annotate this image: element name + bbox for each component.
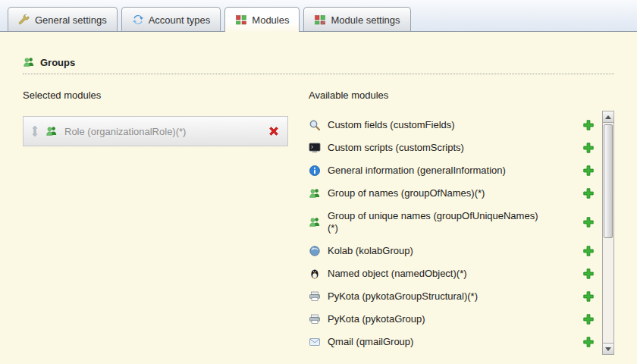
available-module-row: General information (generalInformation)	[309, 159, 595, 182]
available-module-row: Group of unique names (groupOfUniqueName…	[309, 205, 595, 240]
add-module-button[interactable]	[582, 290, 595, 303]
kolab-icon	[309, 245, 321, 257]
wrench-icon	[18, 14, 30, 26]
arrow-up-icon	[605, 115, 611, 119]
tab-module-settings[interactable]: Module settings	[303, 7, 410, 31]
tab-bar: General settings Account types Modules M…	[0, 0, 637, 32]
add-module-button[interactable]	[582, 313, 595, 325]
available-module-row: Custom fields (customFields)	[309, 114, 595, 136]
available-module-row: Custom scripts (customScripts)	[309, 136, 595, 159]
group-icon	[46, 125, 58, 137]
add-module-button[interactable]	[582, 165, 595, 177]
module-settings-icon	[314, 14, 326, 26]
module-label: Kolab (kolabGroup)	[328, 245, 413, 257]
module-label: Group of unique names (groupOfUniqueName…	[328, 210, 540, 234]
scroll-up-button[interactable]	[603, 111, 613, 123]
selected-module-label: Role (organizationalRole)(*)	[64, 126, 261, 137]
tab-label: General settings	[35, 14, 107, 26]
available-modules-scrollbar[interactable]	[602, 111, 614, 355]
available-modules-column: Available modules Custom fields (customF…	[309, 89, 614, 359]
lam-config-page: General settings Account types Modules M…	[0, 0, 637, 364]
tab-account-types[interactable]: Account types	[121, 7, 221, 31]
module-label: Custom scripts (customScripts)	[328, 142, 464, 154]
printer-icon	[309, 313, 321, 325]
sync-icon	[132, 14, 144, 26]
remove-module-button[interactable]	[268, 125, 280, 137]
available-modules-heading: Available modules	[309, 89, 595, 101]
selected-modules-column: Selected modules Role (organizationalRol…	[23, 89, 288, 359]
module-label: Group of names (groupOfNames)(*)	[328, 187, 485, 199]
scroll-down-button[interactable]	[603, 343, 613, 354]
magnifier-icon	[309, 119, 321, 131]
available-module-row: PyKota (pykotaGroupStructural)(*)	[309, 285, 595, 308]
add-module-button[interactable]	[582, 187, 595, 199]
module-columns: Selected modules Role (organizationalRol…	[23, 89, 614, 359]
terminal-icon	[309, 142, 321, 154]
penguin-icon	[309, 268, 321, 280]
modules-icon	[235, 14, 247, 26]
scrollbar-thumb[interactable]	[604, 124, 613, 238]
add-module-button[interactable]	[582, 245, 595, 257]
tab-label: Modules	[252, 14, 289, 26]
modules-tab-content: Groups Selected modules Role (organizati…	[0, 32, 637, 364]
group-icon	[309, 216, 321, 228]
tab-label: Module settings	[331, 14, 400, 26]
drag-handle-icon[interactable]	[31, 125, 39, 137]
groups-section-header: Groups	[23, 56, 614, 74]
add-module-button[interactable]	[582, 119, 595, 131]
add-module-button[interactable]	[582, 216, 595, 228]
available-module-row: Qmail (qmailGroup)	[309, 331, 595, 353]
module-label: PyKota (pykotaGroupStructural)(*)	[328, 290, 478, 303]
add-module-button[interactable]	[582, 336, 595, 348]
selected-module-row[interactable]: Role (organizationalRole)(*)	[23, 116, 288, 146]
section-title: Groups	[40, 57, 75, 68]
available-module-row: Group of names (groupOfNames)(*)	[309, 182, 595, 205]
info-icon	[309, 165, 321, 177]
printer-icon	[309, 290, 321, 303]
module-label: PyKota (pykotaGroup)	[328, 313, 425, 325]
available-module-row: Kolab (kolabGroup)	[309, 240, 595, 262]
mail-icon	[309, 336, 321, 348]
module-label: General information (generalInformation)	[328, 165, 506, 177]
add-module-button[interactable]	[582, 268, 595, 280]
selected-modules-heading: Selected modules	[23, 89, 288, 101]
tab-label: Account types	[149, 14, 211, 26]
module-label: Named object (namedObject)(*)	[328, 268, 467, 280]
tab-general-settings[interactable]: General settings	[8, 7, 118, 31]
available-module-row: PyKota (pykotaGroup)	[309, 308, 595, 331]
group-icon	[23, 56, 35, 68]
module-label: Custom fields (customFields)	[328, 119, 455, 131]
available-module-row: Named object (namedObject)(*)	[309, 262, 595, 285]
add-module-button[interactable]	[582, 142, 595, 154]
available-modules-list: Custom fields (customFields) Custom scri…	[309, 114, 595, 353]
arrow-down-icon	[605, 347, 611, 351]
tab-modules[interactable]: Modules	[224, 7, 300, 32]
group-icon	[309, 187, 321, 199]
module-label: Qmail (qmailGroup)	[328, 336, 413, 348]
